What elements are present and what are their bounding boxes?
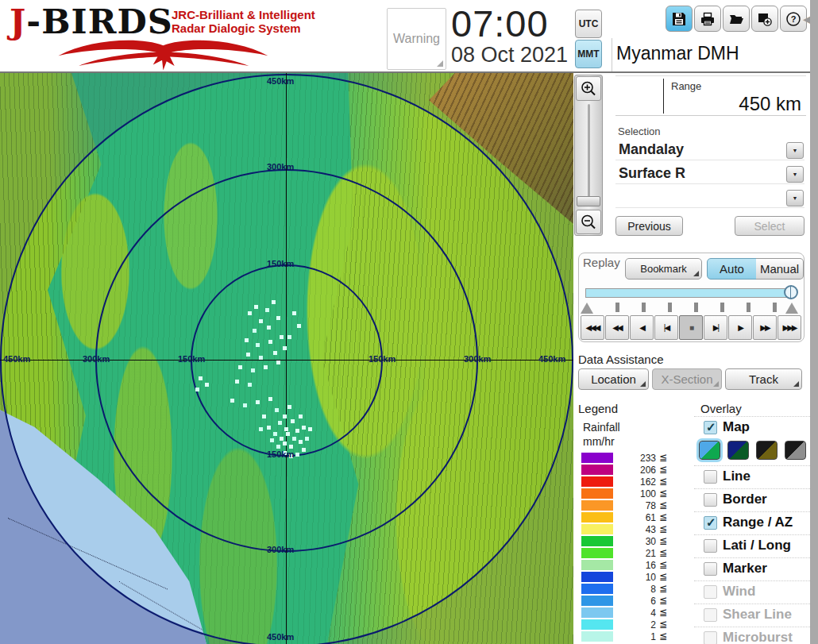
radar-map[interactable]: 450km 300km 150km 150km 300km 450km 450k… xyxy=(0,73,573,644)
map-checkbox[interactable] xyxy=(704,421,717,434)
legend-swatch xyxy=(581,631,613,642)
overlay-item-line[interactable]: Line xyxy=(694,469,810,488)
range-az-checkbox[interactable] xyxy=(704,516,717,530)
legend-suffix: ≦ xyxy=(659,488,667,499)
zoom-slider-track[interactable] xyxy=(588,104,590,201)
legend-swatch xyxy=(581,619,613,630)
select-button[interactable]: Select xyxy=(735,216,804,236)
play-button[interactable]: ▶ xyxy=(728,315,752,340)
legend-swatch xyxy=(581,488,613,499)
legend-suffix: ≦ xyxy=(659,595,667,606)
rewind-button[interactable]: ◀◀ xyxy=(605,315,629,340)
time-tick xyxy=(668,303,672,312)
ring-label: 450km xyxy=(267,76,294,86)
open-folder-button[interactable] xyxy=(723,6,750,32)
legend-value: 43 xyxy=(615,524,656,535)
range-start-marker[interactable] xyxy=(581,303,593,314)
map-style-black-gray[interactable] xyxy=(785,441,806,460)
map-style-black-olive[interactable] xyxy=(756,441,777,460)
divider xyxy=(612,38,612,71)
zoom-slider-handle[interactable] xyxy=(577,196,600,206)
track-button[interactable]: Track xyxy=(725,368,802,390)
warning-label: Warning xyxy=(393,32,440,46)
legend-swatch xyxy=(581,500,613,511)
auto-mode-button[interactable]: Auto xyxy=(707,258,757,280)
overlay-item-map[interactable]: Map xyxy=(694,419,810,438)
legend-entry: 16≦ xyxy=(580,560,683,571)
step-forward-button[interactable]: ▶| xyxy=(704,315,727,340)
x-section-button[interactable]: X-Section xyxy=(652,368,722,390)
legend-suffix: ≦ xyxy=(659,559,667,570)
site-dropdown[interactable]: Mandalay ▼ xyxy=(615,141,804,160)
legend-suffix: ≦ xyxy=(659,464,667,475)
location-button[interactable]: Location xyxy=(578,368,649,390)
fast-rewind-button[interactable]: ◀◀◀ xyxy=(581,315,604,340)
overlay-item-border[interactable]: Border xyxy=(694,492,810,511)
bookmark-button[interactable]: Bookmark xyxy=(625,258,702,280)
manual-mode-button[interactable]: Manual xyxy=(756,258,804,280)
utc-button[interactable]: UTC xyxy=(575,10,602,38)
save-icon xyxy=(671,11,687,27)
lati-long-checkbox[interactable] xyxy=(704,539,717,553)
replay-slider-handle[interactable] xyxy=(784,285,798,299)
legend-value: 78 xyxy=(615,500,656,511)
legend-suffix: ≦ xyxy=(659,607,667,618)
legend-value: 2 xyxy=(615,619,656,631)
range-end-marker[interactable] xyxy=(785,303,798,314)
legend-title: Rainfall xyxy=(583,421,620,434)
step-back-button[interactable]: |◀ xyxy=(654,315,678,340)
divider xyxy=(663,79,664,114)
map-zoom-control xyxy=(574,75,603,236)
product-dropdown[interactable]: Surface R ▼ xyxy=(615,164,804,184)
svg-text:?: ? xyxy=(791,14,797,24)
replay-progress-bar[interactable] xyxy=(585,288,795,298)
time-tick xyxy=(720,303,724,312)
overlay-item-label: Microburst xyxy=(723,630,793,644)
legend-entry: 233≦ xyxy=(580,453,683,464)
zoom-out-button[interactable] xyxy=(576,210,601,234)
line-checkbox[interactable] xyxy=(704,470,717,484)
replay-label: Replay xyxy=(583,256,620,269)
ring-label: 300km xyxy=(464,354,491,364)
legend-value: 61 xyxy=(615,512,656,523)
map-style-blue-green[interactable] xyxy=(699,441,720,460)
legend-entry: 30≦ xyxy=(580,536,683,547)
save-button[interactable] xyxy=(666,6,693,32)
rain-echoes xyxy=(0,73,4,77)
chevron-down-icon[interactable]: ▼ xyxy=(786,142,804,159)
fast-forward-button[interactable]: ▶▶ xyxy=(753,315,777,340)
overlay-item-lati-long[interactable]: Lati / Long xyxy=(694,538,810,557)
print-button[interactable] xyxy=(694,6,721,32)
chevron-down-icon[interactable]: ▼ xyxy=(786,190,804,206)
overlay-item-marker[interactable]: Marker xyxy=(694,561,810,580)
legend-value: 206 xyxy=(615,465,656,476)
product-dropdown-value: Surface R xyxy=(619,165,685,182)
ring-label: 300km xyxy=(267,545,294,554)
previous-button[interactable]: Previous xyxy=(615,216,683,236)
mmt-button[interactable]: MMT xyxy=(575,40,602,68)
legend-suffix: ≦ xyxy=(659,476,667,487)
data-assistance-label: Data Assistance xyxy=(578,353,664,366)
time-tick xyxy=(747,303,750,312)
skip-forward-button[interactable]: ▶▶▶ xyxy=(777,315,801,340)
overlay-list: Map Line Border Range / AZ Lati / Long M… xyxy=(694,419,810,644)
time-tick xyxy=(615,303,619,312)
map-style-navy-darkgreen[interactable] xyxy=(727,441,749,460)
overlay-item-range-az[interactable]: Range / AZ xyxy=(694,515,810,534)
chevron-down-icon[interactable]: ▼ xyxy=(786,166,804,183)
overlay-item-label: Lati / Long xyxy=(723,538,791,553)
warning-button[interactable]: Warning xyxy=(387,8,446,70)
extra-dropdown[interactable]: ▼ xyxy=(615,188,804,208)
time-tick xyxy=(642,303,646,312)
border-checkbox[interactable] xyxy=(704,493,717,507)
ring-label: 150km xyxy=(178,354,205,364)
play-reverse-button[interactable]: ◀ xyxy=(630,315,654,340)
legend-swatch xyxy=(581,607,613,618)
marker-checkbox[interactable] xyxy=(704,562,717,576)
print-icon xyxy=(700,11,716,27)
add-image-button[interactable] xyxy=(751,6,778,32)
zoom-in-button[interactable] xyxy=(576,76,601,101)
help-icon: ? xyxy=(785,11,801,27)
ring-label: 450km xyxy=(267,632,294,642)
stop-button[interactable]: ■ xyxy=(679,315,703,340)
